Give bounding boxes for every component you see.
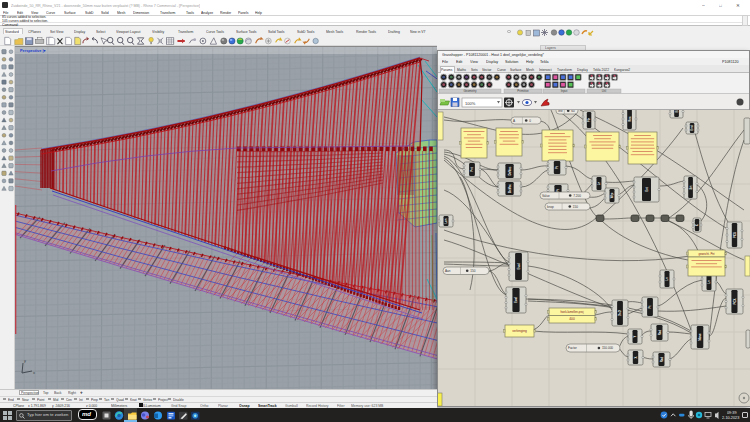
svg-text:hoek-lamellen-proj: hoek-lamellen-proj [560, 310, 583, 314]
svg-text:Move: Move [698, 333, 702, 341]
svg-text:DeVec: DeVec [508, 184, 512, 193]
svg-text:Eval: Eval [517, 263, 521, 269]
svg-text:Eval: Eval [514, 297, 518, 303]
svg-text:Rad: Rad [658, 330, 662, 336]
svg-text:Factor: Factor [568, 346, 577, 350]
svg-text:x: x [33, 370, 35, 375]
svg-text:Pt: Pt [555, 166, 559, 169]
svg-text:150: 150 [470, 269, 475, 273]
svg-text:7.200: 7.200 [573, 194, 581, 198]
svg-text:150: 150 [573, 205, 578, 209]
svg-text:Rad: Rad [660, 357, 664, 363]
svg-text:Primitive: Primitive [517, 89, 529, 93]
svg-text:Value: Value [542, 194, 550, 198]
svg-text:DeVec: DeVec [508, 166, 512, 175]
svg-text:knop: knop [547, 205, 554, 209]
svg-text:End: End [690, 125, 694, 131]
svg-text:Pt: Pt [648, 306, 652, 309]
svg-text:Pln: Pln [587, 118, 591, 123]
svg-text:PCX: PCX [733, 232, 737, 238]
svg-text:60: 60 [571, 110, 575, 113]
svg-text:150.000: 150.000 [602, 346, 613, 350]
svg-text:Srt: Srt [689, 185, 693, 189]
svg-text:100%: 100% [465, 101, 476, 106]
svg-text:Rec: Rec [628, 116, 632, 122]
svg-text:y: y [24, 358, 26, 363]
svg-text:Y: Y [633, 335, 637, 337]
svg-text:Wrp: Wrp [610, 192, 614, 198]
svg-text:0: 0 [529, 119, 531, 123]
svg-text:gewricht. Pnt: gewricht. Pnt [698, 252, 714, 256]
svg-text:Aan: Aan [445, 269, 451, 273]
svg-text:Len: Len [444, 218, 448, 223]
svg-text:Ln: Ln [707, 280, 711, 284]
svg-text:Pt: Pt [556, 189, 560, 192]
svg-text:Util: Util [602, 89, 607, 93]
svg-text:Geometry: Geometry [463, 89, 477, 93]
svg-text:Pnt: Pnt [470, 167, 474, 172]
svg-text:Ln: Ln [665, 277, 669, 281]
svg-text:verlenging: verlenging [512, 329, 527, 333]
svg-text:line: line [558, 110, 563, 113]
svg-text:DvD: DvD [618, 310, 622, 316]
svg-text:X: X [634, 356, 638, 358]
svg-text:B: B [675, 110, 679, 112]
svg-text:Input: Input [561, 89, 568, 93]
svg-text:400: 400 [569, 317, 575, 321]
svg-text:Ln: Ln [597, 182, 601, 186]
svg-text:PCX: PCX [733, 298, 737, 304]
svg-text:Ext: Ext [645, 187, 649, 192]
